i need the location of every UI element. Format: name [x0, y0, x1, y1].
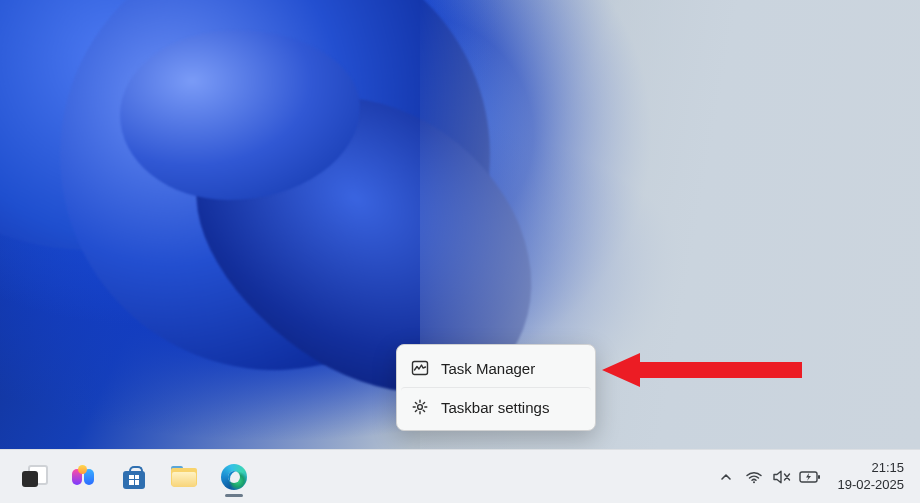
settings-gear-icon	[411, 398, 429, 416]
edge-icon	[221, 464, 247, 490]
tray-volume-button[interactable]	[768, 450, 796, 504]
taskbar-item-copilot[interactable]	[62, 455, 106, 499]
menu-item-label: Taskbar settings	[441, 399, 549, 416]
volume-mute-icon	[772, 468, 792, 486]
copilot-icon	[72, 465, 96, 489]
tray-overflow-button[interactable]	[712, 450, 740, 504]
task-manager-icon	[411, 359, 429, 377]
taskbar-pinned-area	[0, 450, 256, 503]
chevron-up-icon	[719, 470, 733, 484]
menu-item-taskbar-settings[interactable]: Taskbar settings	[401, 387, 591, 426]
taskbar-clock[interactable]: 21:15 19-02-2025	[832, 460, 911, 493]
store-icon	[122, 465, 146, 489]
taskbar-item-file-explorer[interactable]	[162, 455, 206, 499]
wifi-icon	[745, 468, 763, 486]
svg-rect-5	[818, 475, 820, 479]
tray-battery-button[interactable]	[796, 450, 824, 504]
taskbar[interactable]: 21:15 19-02-2025	[0, 449, 920, 503]
taskview-icon	[22, 465, 46, 489]
clock-date: 19-02-2025	[838, 477, 905, 493]
menu-item-task-manager[interactable]: Task Manager	[401, 349, 591, 387]
taskbar-tray-area: 21:15 19-02-2025	[712, 450, 921, 503]
clock-time: 21:15	[838, 460, 905, 476]
tray-network-button[interactable]	[740, 450, 768, 504]
svg-point-1	[418, 405, 423, 410]
svg-point-3	[753, 481, 755, 483]
menu-item-label: Task Manager	[441, 360, 535, 377]
taskbar-item-edge[interactable]	[212, 455, 256, 499]
battery-charging-icon	[799, 469, 821, 485]
svg-marker-6	[806, 473, 811, 481]
explorer-icon	[171, 466, 197, 488]
taskbar-item-task-view[interactable]	[12, 455, 56, 499]
active-app-indicator	[225, 494, 243, 497]
taskbar-item-store[interactable]	[112, 455, 156, 499]
taskbar-context-menu: Task Manager Taskbar settings	[396, 344, 596, 431]
